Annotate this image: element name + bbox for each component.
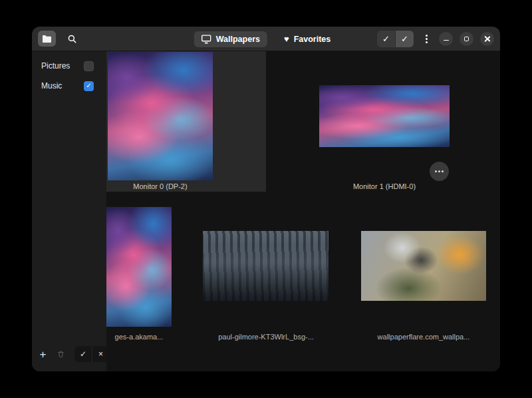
wallpaper-filename-1: ges-a.akama... xyxy=(106,333,172,341)
wallpaper-filename-3: wallpaperflare.com_wallpa... xyxy=(346,333,500,341)
monitor-0-cell[interactable]: Monitor 0 (DP-2) xyxy=(106,51,266,192)
sidebar-toolbar: + ✓ × xyxy=(35,346,109,362)
source-label-music: Music xyxy=(41,81,62,91)
source-row-music[interactable]: Music xyxy=(32,76,106,96)
desktop-background: Wallpapers ♥ Favorites ✓ ✓ xyxy=(0,0,532,398)
close-button[interactable] xyxy=(480,32,494,46)
close-icon xyxy=(483,35,491,43)
source-label-pictures: Pictures xyxy=(41,61,70,71)
apply-button-group: ✓ ✓ xyxy=(377,31,414,47)
folder-icon xyxy=(42,35,52,43)
display-icon xyxy=(201,35,211,44)
tab-favorites-label: Favorites xyxy=(294,35,331,44)
vertical-ellipsis-icon xyxy=(426,38,428,40)
monitor-0-wallpaper-preview[interactable] xyxy=(108,52,213,180)
music-checkbox[interactable] xyxy=(84,81,94,91)
tab-favorites[interactable]: ♥ Favorites xyxy=(277,31,338,47)
confirm-selection-button[interactable]: ✓ xyxy=(74,346,92,362)
maximize-icon xyxy=(464,37,469,41)
apply-button[interactable]: ✓ xyxy=(396,31,414,47)
monitor-1-more-button[interactable] xyxy=(430,162,449,181)
apply-spanned-button[interactable]: ✓ xyxy=(377,31,395,47)
wallpaper-thumbnail-1[interactable] xyxy=(106,207,172,327)
trash-icon xyxy=(57,349,65,359)
tab-wallpapers-label: Wallpapers xyxy=(216,35,260,44)
wallpaper-filename-2: paul-gilmore-KT3WlrL_bsg-... xyxy=(186,333,346,341)
check-icon: ✓ xyxy=(80,349,86,359)
search-icon xyxy=(67,34,77,44)
minimize-button[interactable] xyxy=(439,32,453,46)
sources-sidebar: Pictures Music + xyxy=(32,51,106,371)
minimize-icon xyxy=(444,40,449,41)
tab-wallpapers[interactable]: Wallpapers xyxy=(194,31,267,47)
remove-folder-button[interactable] xyxy=(53,347,68,362)
view-switcher: Wallpapers ♥ Favorites xyxy=(194,27,338,51)
wallpaper-thumbnail-3[interactable] xyxy=(361,231,486,301)
menu-button[interactable] xyxy=(420,31,432,47)
wallpaper-thumbnail-2[interactable] xyxy=(203,231,329,301)
folder-manager-button[interactable] xyxy=(38,31,56,47)
headerbar: Wallpapers ♥ Favorites ✓ ✓ xyxy=(32,27,500,51)
monitor-0-label: Monitor 0 (DP-2) xyxy=(108,182,213,190)
wallpaper-app-window: Wallpapers ♥ Favorites ✓ ✓ xyxy=(32,27,500,371)
headerbar-right: ✓ ✓ xyxy=(377,31,494,47)
window-body: Pictures Music + xyxy=(32,51,500,371)
source-row-pictures[interactable]: Pictures xyxy=(32,56,106,76)
close-small-icon: × xyxy=(98,349,103,359)
search-button[interactable] xyxy=(64,31,80,47)
plus-icon: + xyxy=(40,349,47,360)
check-slash-icon: ✓ xyxy=(382,34,390,44)
horizontal-ellipsis-icon xyxy=(438,170,440,172)
heart-icon: ♥ xyxy=(284,35,289,43)
maximize-button[interactable] xyxy=(460,32,473,46)
wallpaper-content: Monitor 0 (DP-2) Monitor 1 (HDMI-0) ges-… xyxy=(106,51,500,371)
confirm-cancel-group: ✓ × xyxy=(74,346,109,362)
add-folder-button[interactable]: + xyxy=(35,347,51,362)
headerbar-left xyxy=(38,31,80,47)
monitor-1-label: Monitor 1 (HDMI-0) xyxy=(319,182,450,190)
pictures-checkbox[interactable] xyxy=(84,61,94,71)
check-icon: ✓ xyxy=(401,34,408,44)
monitor-1-wallpaper-preview[interactable] xyxy=(319,85,450,147)
